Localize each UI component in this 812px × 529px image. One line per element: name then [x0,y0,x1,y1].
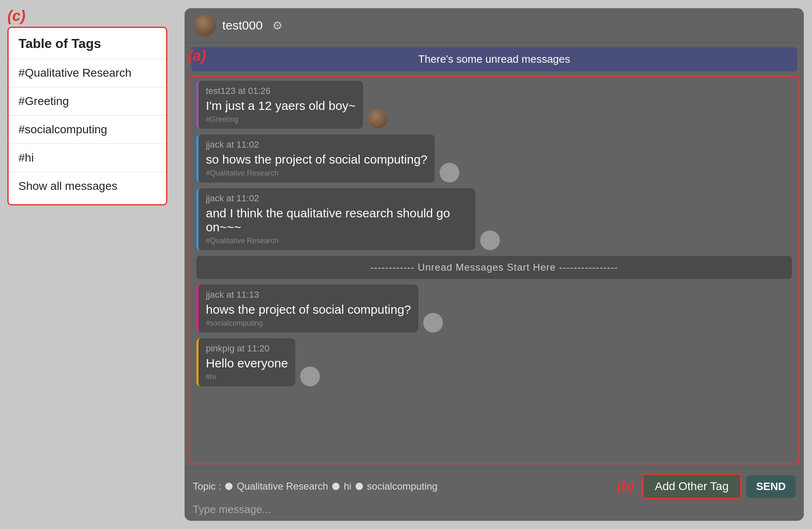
message-text-1: I'm just a 12 yaers old boy~ [206,99,356,113]
avatar-msg-2 [440,163,459,182]
message-sender-4: jjack at 11:13 [206,290,411,300]
avatar-img-1 [368,109,388,129]
message-tag-4: #socialcomputing [206,319,411,328]
message-tag-1: #Greeting [206,115,356,124]
avatar-msg-1 [368,109,388,129]
chat-username: test000 [222,18,262,32]
avatar-msg-5 [300,367,320,386]
message-tag-5: #hi [206,373,288,381]
chat-main-area: test000 ⚙ There's some unread messages t… [185,8,804,521]
avatar-msg-3 [480,230,500,250]
message-row-3: jjack at 11:02 and I think the qualitati… [196,188,792,250]
topic-row: Topic : Qualitative Research hi socialco… [193,474,796,499]
avatar-img-4 [423,313,443,333]
message-bubble-3: jjack at 11:02 and I think the qualitati… [196,188,475,250]
avatar-img-3 [480,230,500,250]
chat-header: test000 ⚙ [185,8,804,43]
message-text-5: Hello everyone [206,356,288,370]
message-row-2: jjack at 11:02 so hows the project of so… [196,135,792,182]
unread-banner: There's some unread messages [191,47,797,71]
avatar-header-image [194,15,216,36]
message-row-1: test123 at 01:26 I'm just a 12 yaers old… [196,81,792,129]
message-text-4: hows the project of social computing? [206,303,411,317]
message-text-2: so hows the project of social computing? [206,153,427,166]
add-other-tag-button[interactable]: Add Other Tag [642,474,741,499]
input-row [193,503,796,516]
message-bubble-1: test123 at 01:26 I'm just a 12 yaers old… [196,81,363,129]
message-input[interactable] [193,503,796,516]
topic-text: Topic : Qualitative Research hi socialco… [193,481,438,492]
message-tag-3: #Qualitative Research [206,237,468,245]
label-a: (a) [188,47,206,64]
message-row-5: pinkpig at 11:20 Hello everyone #hi [196,338,792,386]
topic-dot-1 [225,483,233,490]
tags-panel: Table of Tags #Qualitative Research #Gre… [7,27,167,205]
label-c: (c) [7,7,25,25]
topic-label: Topic : [193,481,221,492]
topic-dot-2 [332,483,340,490]
avatar-header [194,15,216,36]
avatar-msg-4 [423,313,443,333]
label-b: (b) [617,479,634,494]
add-tag-area: (b) Add Other Tag SEND [617,474,796,499]
topic-name-3: socialcomputing [367,481,438,492]
tag-item-greeting[interactable]: #Greeting [9,87,166,116]
message-sender-1: test123 at 01:26 [206,86,356,96]
chat-footer: Topic : Qualitative Research hi socialco… [185,468,804,521]
avatar-img-2 [440,163,459,182]
message-bubble-5: pinkpig at 11:20 Hello everyone #hi [196,338,295,386]
send-button[interactable]: SEND [746,475,796,498]
message-sender-3: jjack at 11:02 [206,193,468,204]
gear-icon[interactable]: ⚙ [272,19,283,32]
show-all-messages[interactable]: Show all messages [9,172,166,200]
messages-container[interactable]: test123 at 01:26 I'm just a 12 yaers old… [189,75,800,464]
unread-divider: ------------ Unread Messages Start Here … [196,256,792,279]
tag-item-socialcomputing[interactable]: #socialcomputing [9,116,166,144]
message-tag-2: #Qualitative Research [206,169,427,178]
topic-name-1: Qualitative Research [237,481,328,492]
topic-dot-3 [356,483,363,490]
topic-name-2: hi [344,481,351,492]
message-text-3: and I think the qualitative research sho… [206,206,468,234]
message-sender-5: pinkpig at 11:20 [206,343,288,354]
message-bubble-4: jjack at 11:13 hows the project of socia… [196,285,418,333]
message-row-4: jjack at 11:13 hows the project of socia… [196,285,792,333]
tags-panel-title: Table of Tags [9,36,166,59]
tag-item-qualitative-research[interactable]: #Qualitative Research [9,59,166,87]
avatar-img-5 [300,367,320,386]
message-sender-2: jjack at 11:02 [206,139,427,150]
message-bubble-2: jjack at 11:02 so hows the project of so… [196,135,435,182]
tag-item-hi[interactable]: #hi [9,144,166,172]
